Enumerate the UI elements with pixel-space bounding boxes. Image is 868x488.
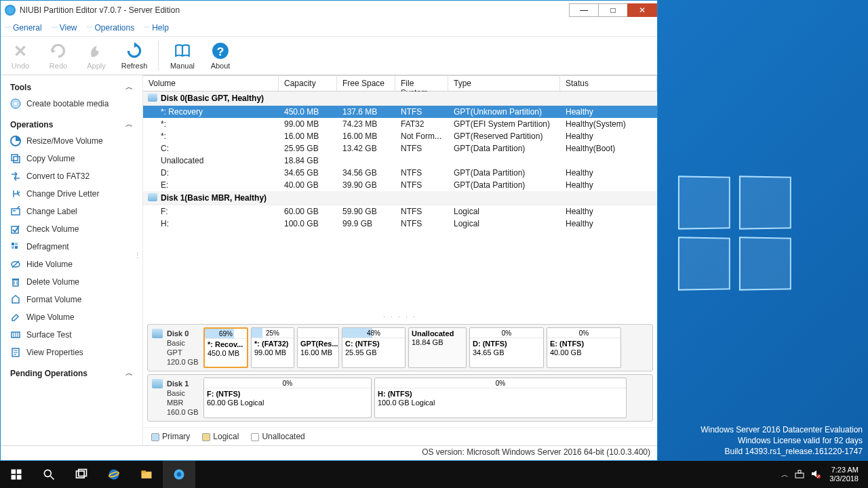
view-properties[interactable]: View Properties [1,344,142,361]
col-free-space[interactable]: Free Space [337,76,395,91]
volume-row[interactable]: Unallocated18.84 GB [143,155,657,167]
partition-box[interactable]: GPT(Res...16.00 MB [297,327,339,368]
resize-icon [10,136,21,146]
taskbar[interactable]: ︿ 7:23 AM3/3/2018 [0,461,868,488]
volume-row[interactable]: F:60.00 GB59.90 GBNTFSLogicalHealthy [143,205,657,218]
niubi-app-button[interactable] [163,461,195,488]
disk0-label[interactable]: Disk 0Basic GPT120.0 GB [151,327,201,368]
legend: Primary Logical Unallocated [143,427,657,445]
change-label[interactable]: Change Label [1,203,142,220]
check-volume[interactable]: Check Volume [1,220,142,238]
svg-rect-43 [798,470,801,473]
disk0-group-header[interactable]: Disk 0(Basic GPT, Healthy) [143,92,657,106]
svg-line-33 [51,476,54,480]
titlebar[interactable]: NIUBI Partition Editor v7.0.7 - Server E… [1,1,657,20]
svg-rect-8 [12,209,20,215]
partition-box[interactable]: 69%*: Recov...450.0 MB [203,327,248,368]
convert-icon [10,171,21,182]
hide-volume[interactable]: Hide Volume [1,256,142,273]
disc-icon [10,98,21,109]
svg-rect-6 [12,155,18,161]
menu-general[interactable]: ﹀General [5,23,42,33]
sidebar: Tools︿ Create bootable media Operations︿… [1,75,143,445]
operations-section-header[interactable]: Operations︿ [1,113,142,132]
tools-section-header[interactable]: Tools︿ [1,75,142,95]
col-capacity[interactable]: Capacity [279,76,337,91]
create-bootable-media[interactable]: Create bootable media [1,95,142,113]
svg-rect-13 [15,246,18,249]
disk-map-area: Disk 0Basic GPT120.0 GB 69%*: Recov...45… [143,319,657,427]
apply-icon [87,41,106,60]
partition-box[interactable]: 0%H: (NTFS)100.0 GB Logical [374,378,627,418]
disk1-label[interactable]: Disk 1Basic MBR160.0 GB [151,378,201,418]
copy-volume[interactable]: Copy Volume [1,150,142,167]
redo-button[interactable]: Redo [44,41,73,70]
menu-operations[interactable]: ﹀Operations [87,23,135,33]
defragment[interactable]: Defragment [1,238,142,256]
label-icon [10,206,21,217]
volume-row[interactable]: *:99.00 MB74.23 MBFAT32GPT(EFI System Pa… [143,118,657,130]
properties-icon [10,347,21,358]
partition-box[interactable]: 0%D: (NTFS)34.65 GB [469,327,544,368]
col-volume[interactable]: Volume [143,76,279,91]
partition-box[interactable]: 48%C: (NTFS)25.95 GB [342,327,406,368]
statusbar: OS version: Microsoft Windows Server 201… [1,445,657,460]
volume-icon[interactable] [808,468,824,481]
splitter-grip[interactable]: ⋮ [134,251,141,259]
pending-operations-header[interactable]: Pending Operations︿ [1,361,142,381]
ie-button[interactable] [98,461,130,488]
start-button[interactable] [0,461,33,488]
svg-point-32 [44,470,51,476]
menubar: ﹀General ﹀View ﹀Operations ﹀Help [1,20,657,36]
refresh-button[interactable]: Refresh [120,41,149,70]
system-tray[interactable]: ︿ 7:23 AM3/3/2018 [778,466,868,483]
minimize-button[interactable]: — [569,3,599,17]
svg-rect-12 [12,246,14,249]
manual-icon [173,41,192,60]
disk1-group-header[interactable]: Disk 1(Basic MBR, Healthy) [143,191,657,205]
apply-button[interactable]: Apply [82,41,111,70]
undo-button[interactable]: Undo [6,41,35,70]
task-view-button[interactable] [65,461,98,488]
legend-unallocated: Unallocated [251,432,304,441]
explorer-button[interactable] [130,461,163,488]
maximize-button[interactable]: □ [598,3,628,17]
volume-row[interactable]: *: Recovery450.0 MB137.6 MBNTFSGPT(Unkno… [143,106,657,118]
network-icon[interactable] [791,468,808,481]
col-file-system[interactable]: File System [395,76,448,91]
svg-rect-30 [12,475,16,480]
menu-help[interactable]: ﹀Help [144,23,169,33]
svg-rect-34 [77,471,85,478]
change-drive-letter[interactable]: Change Drive Letter [1,185,142,203]
partition-box[interactable]: 25%*: (FAT32)99.00 MB [251,327,294,368]
volume-row[interactable]: C:25.95 GB13.42 GBNTFSGPT(Data Partition… [143,142,657,155]
volume-row[interactable]: D:34.65 GB34.56 GBNTFSGPT(Data Partition… [143,167,657,179]
resize-move-volume[interactable]: Resize/Move Volume [1,132,142,150]
delete-volume[interactable]: Delete Volume [1,273,142,291]
col-status[interactable]: Status [560,76,657,91]
convert-to-fat32[interactable]: Convert to FAT32 [1,167,142,185]
partition-box[interactable]: 0%E: (NTFS)40.00 GB [547,327,621,368]
partition-box[interactable]: Unallocated18.84 GB [408,327,467,368]
refresh-icon [125,41,144,60]
volume-row[interactable]: E:40.00 GB39.90 GBNTFSGPT(Data Partition… [143,179,657,191]
toolbar: Undo Redo Apply Refresh Manual ?About [1,36,657,75]
search-button[interactable] [33,461,65,488]
horizontal-splitter[interactable]: . . . . . [143,312,657,319]
content-pane: Volume Capacity Free Space File System T… [143,75,657,445]
surface-test[interactable]: Surface Test [1,326,142,344]
disk0-map: Disk 0Basic GPT120.0 GB 69%*: Recov...45… [147,324,653,371]
partition-box[interactable]: 0%F: (NTFS)60.00 GB Logical [203,378,372,418]
menu-view[interactable]: ﹀View [52,23,77,33]
clock[interactable]: 7:23 AM3/3/2018 [824,466,864,483]
close-button[interactable]: ✕ [627,3,657,17]
col-type[interactable]: Type [448,76,560,91]
tray-chevron-icon[interactable]: ︿ [778,470,791,480]
volume-row[interactable]: H:100.0 GB99.9 GBNTFSLogicalHealthy [143,218,657,230]
volume-row[interactable]: *:16.00 MB16.00 MBNot Form...GPT(Reserve… [143,130,657,142]
wipe-volume[interactable]: Wipe Volume [1,308,142,326]
volume-table-header[interactable]: Volume Capacity Free Space File System T… [143,75,657,92]
format-volume[interactable]: Format Volume [1,291,142,308]
manual-button[interactable]: Manual [168,41,197,70]
about-button[interactable]: ?About [206,41,235,70]
